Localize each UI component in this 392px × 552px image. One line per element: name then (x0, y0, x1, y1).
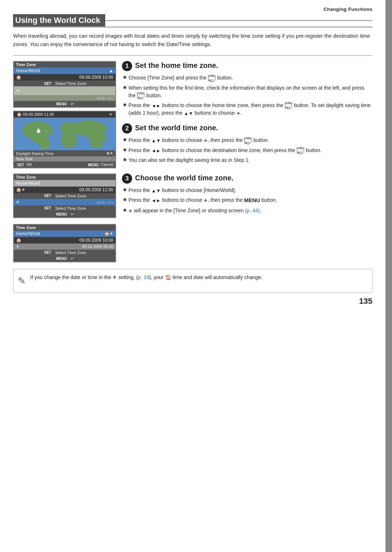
screen-1: Time Zone Home/World ▲ 🏠 09.09.2009 10:0… (13, 61, 116, 108)
step-2-bullet-3: You can also set the daylight saving tim… (123, 156, 372, 164)
svg-point-3 (39, 138, 50, 150)
lr-arrows-icon-2: ◄► (151, 148, 161, 153)
step-3-heading: Choose the world time zone. (135, 173, 233, 182)
screen3-set-row: SET Select Time Zone (14, 193, 115, 199)
step-2-number: 2 (122, 123, 132, 134)
screen2-location: New York (14, 156, 115, 161)
func-set-icon-5: FUNCSET (297, 147, 304, 154)
step-1-number: 1 (122, 61, 132, 71)
screen-2: 🏠 09.09.2009 11:00 ☀ (13, 111, 116, 168)
screen2-ok: SET OK (16, 162, 32, 167)
step-3-block: 3 Choose the world time zone. Press the … (122, 173, 372, 214)
p44-link[interactable]: (p. 44) (245, 208, 260, 213)
lr-arrows-icon: ◄► (151, 103, 161, 109)
menu-bold-icon: MENU (244, 197, 260, 203)
func-set-icon-2: FUNCSET (137, 92, 144, 99)
note-box: ✎ If you change the date or time in the … (13, 269, 372, 293)
screen2-top-bar: 🏠 09.09.2009 11:00 ☀ (14, 111, 115, 118)
bullet-dot (123, 138, 126, 141)
top-section: Time Zone Home/World ▲ 🏠 09.09.2009 10:0… (13, 61, 372, 171)
screen4-set-row: SET Select Time Zone (14, 250, 115, 255)
page-num-text: 135 (359, 297, 372, 306)
step-3-bullets: Press the ▲▼ buttons to choose [Home/Wor… (123, 187, 372, 214)
screen2-footer: SET OK MENU Cancel (14, 161, 115, 168)
step-1-block: 1 Set the home time zone. Choose [Time Z… (122, 61, 372, 117)
ud-arrows-icon-3: ▲▼ (151, 188, 161, 193)
page-header: Changing Functions (0, 0, 385, 14)
screen1-dashes: --/--/-- --:-- (95, 96, 113, 100)
note-p19-link[interactable]: p. 19 (138, 274, 149, 280)
screenshots-column: Time Zone Home/World ▲ 🏠 09.09.2009 10:0… (13, 61, 122, 171)
bullet-dot (123, 158, 126, 161)
step-3-bullet-1: Press the ▲▼ buttons to choose [Home/Wor… (123, 187, 372, 194)
ud-arrows-icon-2: ▲▼ (151, 138, 161, 143)
screen3-house-sun-icon: 🏠☀ (16, 187, 25, 192)
screen3-home-row: 🏠☀ 09.09.2009 11:00 (14, 187, 115, 193)
func-set-icon-4: FUNCSET (244, 137, 252, 144)
screen4-set-badge: SET (43, 250, 52, 254)
screen4-tab-label: Home/World (16, 231, 104, 236)
screen3-homeworld-label: Home/World (16, 181, 113, 186)
screen3-menu-arrow: ↵ (71, 212, 74, 217)
step-1-heading-row: 1 Set the home time zone. (122, 61, 372, 71)
screen4-plane-time: 09.10.2009 00:00 (19, 244, 113, 249)
steps-column: 1 Set the home time zone. Choose [Time Z… (122, 61, 372, 171)
section-title-bar: Using the World Clock (13, 14, 372, 28)
step-1-bullet-3-text: Press the ◄► buttons to choose the home … (128, 102, 372, 117)
step-1-bullet-1: Choose [Time Zone] and press the FUNCSET… (123, 74, 372, 82)
screen1-dashes-row: --/--/-- --:-- (14, 95, 115, 101)
screen2-sun-icon: ☀ (109, 112, 113, 117)
screen3-plane-icon: ✈ (16, 200, 20, 205)
step-2-heading-row: 2 Set the world time zone. (122, 123, 372, 134)
divider (13, 55, 372, 56)
screen4-plane-row: ✈ 09.10.2009 00:00 (14, 244, 115, 250)
step-2-heading: Set the world time zone. (135, 123, 218, 132)
svg-point-5 (61, 132, 77, 148)
svg-point-8 (90, 139, 103, 148)
screen3-set-label: Select Time Zone (55, 194, 86, 198)
screen4-menu-row: MENU ↵ (14, 255, 115, 262)
screen1-plane-row: ✈ (14, 86, 115, 95)
step-1-bullet-2: When setting this for the first time, ch… (123, 84, 372, 99)
screen3-set-badge2: SET (43, 206, 52, 210)
plane-icon-3: ✈ (128, 208, 132, 213)
ud-arrows-icon: ▲▼ (184, 111, 193, 116)
plane-icon-2: ✈ (204, 198, 208, 203)
screen4-menu-arrow: ↵ (71, 256, 74, 261)
screen4-plane-icon: ✈ (16, 244, 19, 249)
screen1-menu-row: MENU ↵ (14, 101, 115, 107)
bullet-dot (123, 103, 126, 106)
screen4-home-row: 🏠 09.09.2009 10:00 (14, 237, 115, 244)
screen4-set-label: Select Time Zone (55, 250, 86, 255)
screen3-menu-badge: MENU (55, 212, 68, 216)
step-1-bullet-2-text: When setting this for the first time, ch… (128, 84, 372, 99)
bullet-dot (123, 148, 126, 151)
note-pencil-icon: ✎ (18, 274, 26, 288)
note-house-icon: 🏠 (165, 274, 171, 280)
note-plane-icon: ✈ (113, 274, 117, 280)
screen1-homeworld-row: Home/World ▲ (14, 68, 115, 74)
plane-icon: ✈ (204, 138, 208, 143)
screen3-menu-row: MENU ↵ (14, 211, 115, 217)
screen4-tab-icons: 🏠✈ (104, 231, 113, 236)
bullet-dot (123, 198, 126, 201)
step-1-bullet-1-text: Choose [Time Zone] and press the FUNCSET… (128, 74, 233, 82)
steps-col-bottom: 3 Choose the world time zone. Press the … (122, 173, 372, 262)
step-2-bullet-1-text: Press the ▲▼ buttons to choose ✈, then p… (128, 136, 269, 144)
screen1-set-label: Select Time Zone (55, 81, 86, 86)
func-set-icon-3: FUNCSET (285, 102, 292, 109)
step-3-bullet-3-text: ✈ will appear in the [Time Zone] or shoo… (128, 207, 261, 214)
title-rule (105, 20, 372, 21)
func-set-icon: FUNCSET (208, 75, 216, 82)
screen-3: Time Zone Home/World 🏠☀ 09.09.2009 11:00… (13, 173, 116, 218)
screen1-home-time-row: 🏠 09.09.2009 10:00 (14, 74, 115, 81)
step-3-bullet-3: ✈ will appear in the [Time Zone] or shoo… (123, 207, 372, 214)
bullet-dot (123, 209, 126, 212)
step-3-bullet-2-text: Press the ◄► buttons to choose ✈, then p… (128, 196, 277, 205)
chapter-title: Changing Functions (323, 7, 372, 12)
screen1-label: Time Zone (14, 62, 115, 68)
step-1-bullets: Choose [Time Zone] and press the FUNCSET… (123, 74, 372, 117)
step-2-bullet-3-text: You can also set the daylight saving tim… (128, 156, 250, 164)
screen3-set-label2: Select Time Zone (55, 206, 86, 210)
screen3-homeworld-row: Home/World (14, 180, 115, 187)
